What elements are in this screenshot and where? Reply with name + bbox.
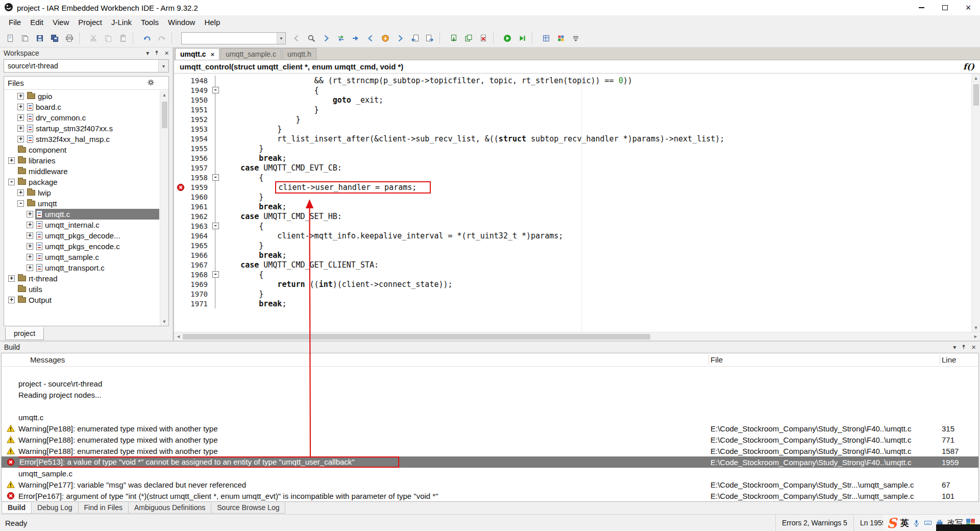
fold-collapse-icon[interactable]: - (212, 271, 219, 278)
code-line-1950[interactable]: 1950 goto _exit; (174, 95, 971, 105)
expand-icon[interactable]: + (27, 222, 33, 228)
close-tab-icon[interactable]: × (211, 51, 215, 58)
editor-tab-umqtt-h[interactable]: umqtt.h (282, 48, 316, 60)
build-log-row[interactable]: project - source\rt-thread (2, 378, 978, 389)
navigate-forward-button[interactable] (393, 31, 407, 45)
menu-file[interactable]: File (4, 16, 26, 29)
code-line-1956[interactable]: 1956 break; (174, 153, 971, 163)
build-tab-debug-log[interactable]: Debug Log (31, 502, 79, 514)
save-all-button[interactable] (47, 31, 61, 45)
menu-edit[interactable]: Edit (26, 16, 48, 29)
code-line-1952[interactable]: 1952 } (174, 114, 971, 124)
minimize-button[interactable] (910, 0, 933, 15)
expand-icon[interactable]: + (17, 93, 24, 100)
tree-item-component[interactable]: component (4, 144, 168, 155)
collapse-icon[interactable]: - (8, 179, 15, 185)
scroll-down-icon[interactable]: ▼ (160, 317, 168, 326)
close-panel-icon[interactable]: × (164, 50, 169, 56)
menu-view[interactable]: View (48, 16, 74, 29)
function-list-icon[interactable]: f() (963, 62, 974, 71)
menu-j-link[interactable]: J-Link (107, 16, 136, 29)
new-document-button[interactable] (3, 31, 17, 45)
menu-tools[interactable]: Tools (136, 16, 163, 29)
fold-collapse-icon[interactable]: - (212, 223, 219, 229)
scrollbar-thumb[interactable] (973, 84, 979, 106)
expand-icon[interactable]: + (27, 243, 33, 250)
editor-vertical-scrollbar[interactable]: ▲ ▼ (971, 74, 980, 332)
tree-item-umqtt[interactable]: -umqtt (4, 198, 168, 209)
editor-horizontal-scrollbar[interactable]: ◄ ► (174, 332, 980, 341)
build-error-row[interactable]: Error[Pe513]: a value of type "void *" c… (2, 456, 978, 468)
code-line-1953[interactable]: 1953 } (174, 124, 971, 134)
tree-item-rt-thread[interactable]: +rt-thread (4, 273, 168, 284)
build-tab-find-in-files[interactable]: Find in Files (78, 502, 129, 514)
expand-icon[interactable]: + (17, 189, 24, 196)
code-line-1964[interactable]: 1964 client->mqtt_info.keepalive_interva… (174, 231, 971, 240)
scroll-up-icon[interactable]: ▲ (972, 74, 980, 82)
tree-item-utils[interactable]: utils (4, 284, 168, 295)
undo-button[interactable] (140, 31, 154, 45)
code-line-1959[interactable]: 1959 client->user_handler = params; (174, 182, 971, 192)
scroll-down-icon[interactable]: ▼ (972, 323, 980, 332)
ime-voice-icon[interactable] (913, 519, 920, 527)
menu-window[interactable]: Window (163, 16, 200, 29)
close-button[interactable]: × (957, 0, 980, 15)
previous-bookmark-button[interactable] (408, 31, 422, 45)
tree-item-umqtt-pkgs-encode-c[interactable]: +umqtt_pkgs_encode.c (4, 241, 168, 252)
tree-item-board-c[interactable]: +board.c (4, 102, 168, 112)
toolbar-options-button[interactable] (569, 31, 582, 45)
build-log-row[interactable]: umqtt_sample.c (2, 468, 978, 479)
navigate-backward-button[interactable] (363, 31, 377, 45)
build-tab-build[interactable]: Build (2, 502, 32, 514)
build-log-row[interactable]: umqtt.c (2, 412, 978, 423)
build-warning-row[interactable]: Warning[Pe177]: variable "msg" was decla… (2, 479, 978, 490)
code-line-1951[interactable]: 1951 } (174, 105, 971, 114)
pin-icon[interactable] (154, 50, 160, 57)
tree-item-umqtt-sample-c[interactable]: +umqtt_sample.c (4, 252, 168, 262)
scrollbar-thumb[interactable] (162, 102, 167, 128)
build-warning-row[interactable]: Warning[Pe188]: enumerated type mixed wi… (2, 434, 978, 445)
find-button[interactable] (304, 31, 318, 45)
expand-icon[interactable]: + (27, 264, 33, 271)
scroll-left-icon[interactable]: ◄ (174, 332, 183, 341)
build-warning-row[interactable]: Warning[Pe188]: enumerated type mixed wi… (2, 423, 978, 434)
workspace-tab-project[interactable]: project (5, 327, 44, 340)
tree-item-drv-common-c[interactable]: +drv_common.c (4, 112, 168, 123)
build-warning-row[interactable]: Warning[Pe188]: enumerated type mixed wi… (2, 445, 978, 456)
close-panel-icon[interactable]: × (971, 344, 976, 350)
tree-item-gpio[interactable]: +gpio (4, 91, 168, 102)
build-error-row[interactable]: Error[Pe167]: argument of type "int (*)(… (2, 490, 978, 501)
code-line-1955[interactable]: 1955 } (174, 143, 971, 153)
code-line-1970[interactable]: 1970 } (174, 289, 971, 299)
download-and-debug-button[interactable] (500, 31, 514, 45)
gear-icon[interactable] (147, 79, 155, 88)
cstat-results-button[interactable] (554, 31, 568, 45)
build-tab-source-browse-log[interactable]: Source Browse Log (211, 502, 285, 514)
expand-icon[interactable]: + (8, 275, 15, 282)
make-button[interactable] (461, 31, 475, 45)
code-line-1957[interactable]: 1957 case UMQTT_CMD_EVT_CB: (174, 163, 971, 173)
panel-menu-icon[interactable]: ▾ (953, 344, 956, 351)
open-file-button[interactable] (18, 31, 32, 45)
collapse-icon[interactable]: - (17, 200, 24, 207)
code-line-1963[interactable]: 1963- { (174, 221, 971, 231)
replace-button[interactable] (334, 31, 348, 45)
fold-collapse-icon[interactable]: - (212, 174, 219, 181)
code-line-1971[interactable]: 1971 break; (174, 299, 971, 308)
next-bookmark-button[interactable] (423, 31, 436, 45)
tree-item-umqtt-internal-c[interactable]: +umqtt_internal.c (4, 220, 168, 230)
code-line-1954[interactable]: 1954 rt_list_insert_after(&client->sub_r… (174, 134, 971, 143)
code-line-1948[interactable]: 1948 && (rt_strncmp(p_subtop->topicfilte… (174, 76, 971, 85)
build-log-row[interactable] (2, 400, 978, 412)
sogou-logo-icon[interactable]: S (887, 516, 897, 530)
find-input[interactable] (182, 33, 277, 43)
tree-item-lwip[interactable]: +lwip (4, 187, 168, 198)
fold-collapse-icon[interactable]: - (212, 87, 219, 93)
workspace-scrollbar[interactable]: ▲ ▼ (160, 90, 168, 326)
tree-item-umqtt-pkgs-decode[interactable]: +umqtt_pkgs_decode... (4, 230, 168, 241)
expand-icon[interactable]: + (27, 211, 33, 218)
debug-without-downloading-button[interactable] (515, 31, 529, 45)
ime-keyboard-icon[interactable] (924, 519, 932, 527)
go-to-definition-button[interactable] (349, 31, 362, 45)
cstat-analyze-button[interactable] (539, 31, 553, 45)
